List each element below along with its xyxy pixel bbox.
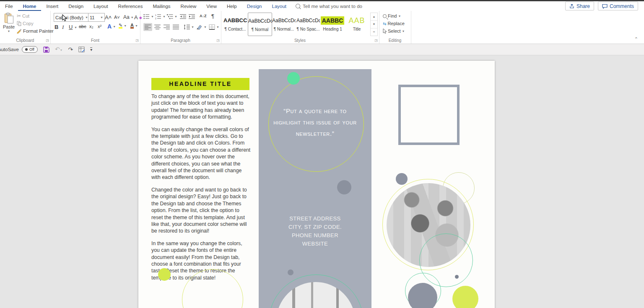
- paste-dropdown-arrow: ▼: [8, 30, 10, 33]
- styles-scroll-down[interactable]: ▼: [371, 21, 377, 28]
- shrink-font-button[interactable]: A˅: [114, 15, 120, 20]
- bullets-button[interactable]: ▼: [143, 14, 154, 19]
- style-no-spacing[interactable]: AaBbCcDdE ¶ No Spac...: [296, 13, 320, 35]
- copy-icon: [17, 21, 21, 26]
- styles-scroll-up[interactable]: ▲: [371, 13, 377, 21]
- tab-review[interactable]: Review: [176, 1, 202, 11]
- gray-dot-right-top: [396, 173, 408, 185]
- justify-button[interactable]: [173, 24, 179, 30]
- address-block[interactable]: STREET ADDRESS CITY, ST ZIP CODE. PHONE …: [259, 215, 371, 248]
- qat-overflow-button[interactable]: ▾: [90, 47, 92, 52]
- align-left-button[interactable]: [143, 23, 152, 31]
- font-dialog-launcher[interactable]: ◳: [135, 39, 139, 42]
- address-line-1: STREET ADDRESS: [259, 215, 371, 223]
- quote-text-block[interactable]: “Put a quote here to highlight this issu…: [273, 105, 357, 139]
- style-normal[interactable]: AaBbCcDc ¶ Normal: [248, 13, 272, 36]
- strikethrough-button[interactable]: abc: [79, 24, 86, 29]
- format-painter-icon: [17, 28, 22, 34]
- autosave-toggle[interactable]: Off: [22, 46, 38, 53]
- font-name-combo[interactable]: Calibri (Body) ▼: [54, 13, 90, 22]
- text-effects-button[interactable]: A▼: [107, 23, 116, 30]
- tab-layout[interactable]: Layout: [88, 1, 113, 11]
- replace-button[interactable]: ⇆ Replace: [383, 21, 405, 26]
- tab-contextual-layout[interactable]: Layout: [267, 1, 292, 11]
- tell-me-search[interactable]: Tell me what you want to do: [296, 1, 362, 11]
- comments-button[interactable]: Comments: [598, 2, 638, 10]
- empty-square-frame[interactable]: [398, 85, 460, 145]
- grow-font-button[interactable]: A˄: [105, 14, 112, 21]
- tab-file[interactable]: File: [0, 1, 18, 11]
- body-text-block[interactable]: To change any of the text in this docume…: [151, 93, 251, 287]
- show-formatting-button[interactable]: ¶: [211, 13, 214, 19]
- share-icon: [569, 4, 574, 9]
- superscript-button[interactable]: x²: [98, 24, 101, 29]
- paragraph-3[interactable]: Changed the color and want to go back to…: [151, 186, 251, 235]
- styles-dialog-launcher[interactable]: ◳: [374, 39, 378, 42]
- share-button[interactable]: Share: [565, 2, 594, 10]
- copy-button[interactable]: Copy: [17, 21, 34, 26]
- clear-formatting-icon: A: [134, 14, 138, 21]
- paragraph-1[interactable]: To change any of the text in this docume…: [151, 93, 251, 121]
- autosave-toggle-knob: [25, 48, 28, 51]
- numbered-list-icon: 12: [155, 14, 161, 19]
- bold-button[interactable]: B: [55, 24, 58, 30]
- paragraph-dialog-launcher[interactable]: ◳: [216, 39, 220, 42]
- redo-button[interactable]: ↷: [68, 47, 73, 52]
- line-spacing-icon: [184, 24, 190, 30]
- align-right-button[interactable]: [164, 24, 170, 30]
- customize-table-button[interactable]: [78, 47, 85, 52]
- grow-font-icon: A˄: [105, 14, 112, 21]
- style-normal-alt[interactable]: AaBbCcDc ¶ Normal...: [272, 13, 296, 35]
- save-button[interactable]: [43, 47, 49, 53]
- middle-panel[interactable]: “Put a quote here to highlight this issu…: [259, 69, 371, 308]
- document-page[interactable]: HEADLINE TITLE To change any of the text…: [138, 61, 495, 308]
- cut-button[interactable]: ✂ Cut: [17, 13, 29, 18]
- font-color-button[interactable]: A▼: [130, 23, 138, 28]
- italic-button[interactable]: I: [62, 24, 64, 31]
- headline-title-block[interactable]: HEADLINE TITLE: [151, 78, 249, 90]
- decrease-indent-button[interactable]: [180, 14, 186, 19]
- paste-button[interactable]: Paste ▼: [3, 13, 15, 33]
- increase-indent-icon: [189, 14, 195, 19]
- undo-button[interactable]: ↶▼: [55, 46, 63, 53]
- tab-view[interactable]: View: [201, 1, 222, 11]
- style-title[interactable]: AAB Title: [345, 13, 369, 35]
- clipboard-dialog-launcher[interactable]: ◳: [46, 39, 49, 42]
- tab-insert[interactable]: Insert: [41, 1, 63, 11]
- decrease-indent-icon: [180, 14, 186, 19]
- multilevel-list-button[interactable]: ▼: [167, 14, 177, 19]
- paragraph-group: ▼ 12▼ ▼ A↓Z ¶: [140, 11, 221, 44]
- format-painter-button[interactable]: Format Painter: [17, 28, 54, 34]
- tab-mailings[interactable]: Mailings: [148, 1, 175, 11]
- tab-contextual-design[interactable]: Design: [242, 1, 267, 11]
- change-case-button[interactable]: Aa▼: [123, 14, 134, 20]
- subscript-button[interactable]: x₂: [89, 24, 93, 29]
- align-center-button[interactable]: [154, 24, 161, 30]
- line-spacing-button[interactable]: ▼: [184, 24, 194, 30]
- numbering-button[interactable]: 12▼: [155, 14, 166, 19]
- style-contact[interactable]: AABBCC ¶ Contact...: [223, 13, 247, 35]
- bullet-list-icon: [143, 14, 150, 19]
- tab-references[interactable]: References: [113, 1, 148, 11]
- font-size-dropdown-arrow: ▼: [100, 16, 103, 19]
- collapse-ribbon-button[interactable]: ⌃: [634, 36, 638, 42]
- borders-button[interactable]: ▼: [209, 24, 219, 30]
- align-right-icon: [164, 24, 170, 30]
- underline-button[interactable]: U: [69, 24, 73, 30]
- quick-access-toolbar: AutoSave Off ↶▼ ↷ ▾: [0, 44, 644, 55]
- tab-home[interactable]: Home: [18, 1, 42, 11]
- select-button[interactable]: Select▼: [383, 28, 405, 34]
- shading-button[interactable]: ▼: [196, 24, 207, 30]
- tab-design[interactable]: Design: [63, 1, 88, 11]
- paragraph-2[interactable]: You can easily change the overall colors…: [151, 126, 251, 181]
- style-heading1[interactable]: AABBC Heading 1: [321, 13, 344, 35]
- underline-dropdown-arrow[interactable]: ▼: [74, 26, 77, 29]
- find-button[interactable]: Find▼: [383, 13, 401, 18]
- increase-indent-button[interactable]: [189, 14, 195, 19]
- styles-gallery-more[interactable]: ≂: [371, 28, 377, 36]
- font-size-combo[interactable]: 11 ▼: [88, 13, 105, 22]
- tab-help[interactable]: Help: [222, 1, 242, 11]
- sort-button[interactable]: A↓Z: [200, 14, 207, 18]
- highlight-color-button[interactable]: ✎▼: [119, 23, 127, 28]
- mouse-cursor: [62, 14, 68, 22]
